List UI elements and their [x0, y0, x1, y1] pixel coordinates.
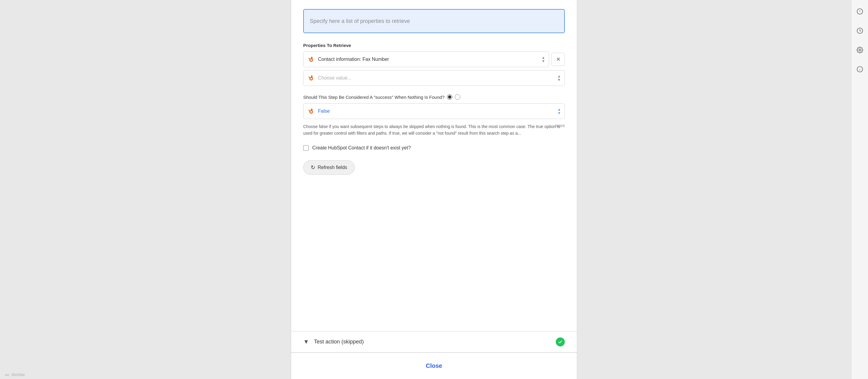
modal-content: Specify here a list of properties to ret… — [291, 0, 577, 319]
svg-point-10 — [310, 111, 312, 113]
success-section: Should This Step Be Considered A "succes… — [303, 94, 565, 137]
remove-property-button[interactable]: ✕ — [552, 53, 565, 66]
property-dropdown-1[interactable]: Contact information: Fax Number ▲ ▼ — [303, 52, 549, 67]
dropdown-arrows-2: ▲ ▼ — [557, 74, 561, 82]
false-value: False — [318, 108, 330, 114]
refresh-fields-button[interactable]: ↻ Refresh fields — [303, 160, 355, 175]
refresh-fields-label: Refresh fields — [318, 165, 347, 170]
property-dropdown-2-placeholder: Choose value... — [318, 75, 351, 81]
more-link[interactable]: more — [555, 123, 565, 128]
modal: Specify here a list of properties to ret… — [291, 0, 577, 379]
close-bar: Close — [291, 352, 577, 379]
property-dropdown-row-1: Contact information: Fax Number ▲ ▼ ✕ — [303, 52, 565, 67]
success-label: Should This Step Be Considered A "succes… — [303, 94, 565, 100]
svg-point-8 — [310, 59, 312, 61]
hubspot-icon-false — [307, 107, 315, 115]
properties-section-label: Properties To Retrieve — [303, 43, 565, 48]
remove-icon: ✕ — [556, 56, 561, 63]
chevron-down-icon[interactable]: ▼ — [303, 338, 309, 345]
svg-point-9 — [310, 78, 312, 79]
false-dropdown[interactable]: False ▲ ▼ — [303, 103, 565, 119]
radio-no[interactable] — [455, 94, 460, 100]
text-input-placeholder: Specify here a list of properties to ret… — [310, 18, 410, 24]
info-icon[interactable] — [855, 64, 865, 75]
checkbox-label: Create HubSpot Contact if it doesn't exi… — [312, 145, 411, 151]
success-badge — [556, 338, 565, 346]
dropdown-arrows-1: ▲ ▼ — [541, 56, 545, 63]
test-action-section: ▼ Test action (skipped) — [291, 331, 577, 352]
checkbox-row: Create HubSpot Contact if it doesn't exi… — [303, 145, 565, 151]
radio-group — [447, 94, 460, 100]
description-wrapper: Choose false if you want subsequent step… — [303, 123, 565, 137]
right-sidebar — [851, 0, 868, 379]
hubspot-icon-2 — [307, 74, 315, 82]
modal-container: Specify here a list of properties to ret… — [145, 0, 723, 379]
double-arrows: ▲ ▼ — [558, 107, 561, 115]
svg-point-4 — [859, 49, 861, 51]
alert-circle-icon[interactable] — [855, 6, 865, 17]
hubspot-icon-1 — [307, 56, 315, 63]
version-text: ver. 3f50288e — [5, 373, 25, 377]
text-input-area[interactable]: Specify here a list of properties to ret… — [303, 9, 565, 33]
success-label-text: Should This Step Be Considered A "succes… — [303, 95, 444, 100]
gear-icon[interactable] — [855, 44, 865, 56]
radio-yes[interactable] — [447, 94, 453, 100]
create-contact-checkbox[interactable] — [303, 145, 309, 151]
property-dropdown-2[interactable]: Choose value... ▲ ▼ — [303, 70, 565, 86]
property-dropdown-row-2: Choose value... ▲ ▼ — [303, 70, 565, 86]
test-action-label: Test action (skipped) — [314, 339, 364, 345]
clock-icon[interactable] — [855, 25, 865, 36]
test-action-left: ▼ Test action (skipped) — [303, 338, 364, 345]
close-button[interactable]: Close — [418, 360, 450, 372]
property-dropdown-1-value: Contact information: Fax Number — [318, 57, 389, 62]
description-text: Choose false if you want subsequent step… — [303, 124, 560, 135]
refresh-icon: ↻ — [311, 164, 315, 171]
